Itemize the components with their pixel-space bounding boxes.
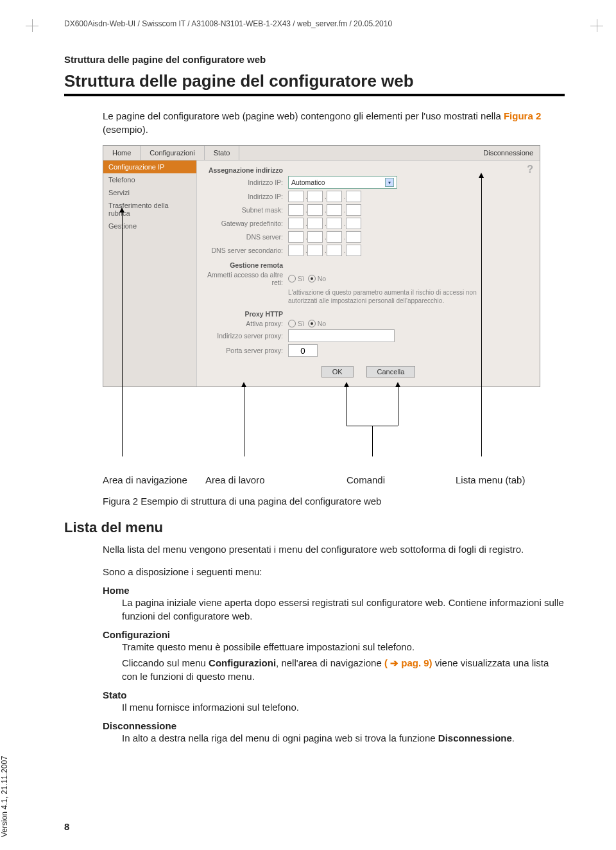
- ip-mode-select[interactable]: Automatico▾: [288, 176, 397, 189]
- lista-avail: Sono a disposizione i seguenti menu:: [103, 565, 565, 578]
- tab-config[interactable]: Configurazioni: [141, 146, 204, 160]
- term-home: Home: [103, 585, 565, 596]
- desc-discon: In alto a destra nella riga del menu di …: [122, 731, 565, 745]
- ip-octet[interactable]: [346, 191, 361, 202]
- callout-arrows: [103, 394, 565, 471]
- cancel-button[interactable]: Cancella: [366, 366, 416, 377]
- intro-post: (esempio).: [103, 124, 148, 135]
- lbl-allow: Ammetti accesso da altre reti:: [206, 271, 283, 286]
- ip-octet[interactable]: [307, 191, 323, 202]
- lbl-ip2: Indirizzo IP:: [206, 193, 283, 200]
- lista-heading: Lista del menu: [64, 519, 565, 536]
- figure-caption: Figura 2 Esempio di struttura di una pag…: [103, 496, 565, 507]
- version-footer: Version 4.1, 21.11.2007: [0, 756, 9, 837]
- intro-pre: Le pagine del configuratore web (pagine …: [103, 110, 504, 121]
- nav-gestione[interactable]: Gestione: [103, 220, 196, 232]
- proxy-addr-input[interactable]: [288, 329, 395, 342]
- lbl-ip: Indirizzo IP:: [206, 178, 283, 186]
- tab-status[interactable]: Stato: [205, 146, 240, 160]
- radio-proxy-no[interactable]: [308, 320, 316, 327]
- term-stato: Stato: [103, 690, 565, 700]
- sec-proxy: Proxy HTTP: [206, 310, 283, 318]
- lbl-proxy-on: Attiva proxy:: [206, 320, 283, 327]
- sec-address: Assegnazione indirizzo: [206, 166, 283, 174]
- page-title: Struttura delle pagine del configuratore…: [64, 71, 565, 91]
- tab-disconnect[interactable]: Disconnessione: [477, 146, 540, 160]
- title-rule: [64, 94, 565, 96]
- term-config: Configurazioni: [103, 629, 565, 640]
- radio-no[interactable]: [308, 275, 316, 282]
- cap-tabs: Lista menu (tab): [456, 474, 533, 485]
- cap-work: Area di lavoro: [205, 474, 302, 485]
- proxy-port-input[interactable]: [288, 344, 318, 357]
- lbl-gateway: Gateway predefinito:: [206, 220, 283, 227]
- lbl-proxy-addr: Indirizzo server proxy:: [206, 332, 283, 340]
- desc-home: La pagina iniziale viene aperta dopo ess…: [122, 596, 565, 623]
- term-discon: Disconnessione: [103, 720, 565, 731]
- ip-octet[interactable]: [288, 191, 304, 202]
- desc-config-1: Tramite questo menu è possibile effettua…: [122, 640, 565, 654]
- intro-paragraph: Le pagine del configuratore web (pagine …: [103, 109, 565, 136]
- remote-warning: L'attivazione di questo parametro aument…: [288, 288, 481, 305]
- help-icon[interactable]: ?: [527, 164, 533, 175]
- lbl-dns: DNS server:: [206, 233, 283, 241]
- page-number: 8: [64, 821, 69, 832]
- lista-intro: Nella lista del menu vengono presentati …: [103, 542, 565, 556]
- sec-remote: Gestione remota: [206, 261, 283, 269]
- config-screenshot: ? Home Configurazioni Stato Disconnessio…: [103, 145, 540, 387]
- ip-octet[interactable]: [327, 191, 342, 202]
- nav-rubrica[interactable]: Trasferimento della rubrica: [103, 199, 196, 220]
- desc-stato: Il menu fornisce informazioni sul telefo…: [122, 700, 565, 714]
- radio-si[interactable]: [288, 275, 296, 282]
- page-ref: pag. 9: [401, 657, 429, 668]
- cap-cmd: Comandi: [302, 474, 456, 485]
- doc-path: DX600Aisdn-Web-UI / Swisscom IT / A31008…: [64, 19, 565, 28]
- chevron-down-icon: ▾: [385, 178, 394, 187]
- nav-telefono[interactable]: Telefono: [103, 173, 196, 186]
- lbl-dns2: DNS server secondario:: [206, 247, 283, 254]
- section-label: Struttura delle pagine del configuratore…: [64, 54, 565, 65]
- nav-servizi[interactable]: Servizi: [103, 186, 196, 199]
- cap-nav: Area di navigazione: [103, 474, 205, 485]
- lbl-proxy-port: Porta server proxy:: [206, 347, 283, 354]
- tab-home[interactable]: Home: [103, 146, 141, 160]
- lbl-subnet: Subnet mask:: [206, 206, 283, 214]
- figure-ref: Figura 2: [504, 110, 541, 121]
- radio-proxy-si[interactable]: [288, 320, 296, 327]
- desc-config-2: Cliccando sul menu Configurazioni, nell'…: [122, 656, 565, 683]
- nav-ipconfig[interactable]: Configurazione IP: [103, 160, 196, 173]
- ok-button[interactable]: OK: [321, 366, 354, 377]
